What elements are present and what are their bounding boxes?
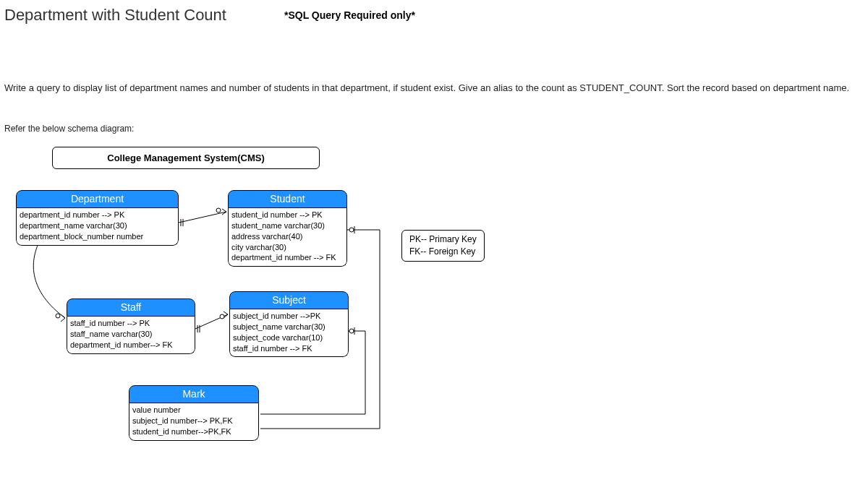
entity-header: Subject bbox=[229, 291, 349, 309]
entity-body: department_id number --> PK department_n… bbox=[16, 208, 179, 246]
entity-body: student_id number --> PK student_name va… bbox=[228, 208, 347, 267]
entity-column: department_block_number number bbox=[20, 231, 175, 242]
svg-point-4 bbox=[349, 329, 354, 333]
entity-student: Student student_id number --> PK student… bbox=[228, 190, 347, 267]
entity-column: department_id number --> PK bbox=[20, 210, 175, 220]
entity-column: department_id number --> FK bbox=[231, 252, 344, 263]
legend-pk: PK-- Primary Key bbox=[409, 233, 477, 246]
entity-column: staff_id number --> FK bbox=[233, 343, 345, 354]
entity-column: address varchar(40) bbox=[231, 231, 344, 242]
entity-header: Staff bbox=[67, 298, 195, 317]
entity-column: subject_id number--> PK,FK bbox=[132, 416, 255, 426]
system-title: College Management System(CMS) bbox=[52, 147, 320, 169]
entity-column: department_id number--> FK bbox=[70, 340, 192, 351]
page-subtitle: *SQL Query Required only* bbox=[284, 9, 415, 21]
refer-text: Refer the below schema diagram: bbox=[0, 124, 868, 134]
entity-column: value number bbox=[132, 405, 255, 416]
entity-header: Student bbox=[228, 190, 347, 208]
svg-point-2 bbox=[220, 314, 224, 319]
entity-column: subject_name varchar(30) bbox=[233, 322, 345, 332]
entity-column: subject_code varchar(10) bbox=[233, 332, 345, 343]
entity-mark: Mark value number subject_id number--> P… bbox=[129, 385, 259, 441]
entity-column: subject_id number -->PK bbox=[233, 311, 345, 322]
entity-header: Mark bbox=[129, 385, 259, 403]
entity-subject: Subject subject_id number -->PK subject_… bbox=[229, 291, 349, 357]
entity-column: student_id number-->PK,FK bbox=[132, 426, 255, 437]
entity-body: subject_id number -->PK subject_name var… bbox=[229, 309, 349, 357]
entity-department: Department department_id number --> PK d… bbox=[16, 190, 179, 246]
page-title: Department with Student Count bbox=[4, 6, 226, 25]
entity-column: staff_id number --> PK bbox=[70, 318, 192, 329]
entity-column: student_name varchar(30) bbox=[231, 220, 344, 231]
entity-column: student_id number --> PK bbox=[231, 210, 344, 220]
schema-diagram: College Management System(CMS) Departmen… bbox=[0, 147, 506, 450]
question-text: Write a query to display list of departm… bbox=[0, 82, 868, 93]
entity-column: staff_name varchar(30) bbox=[70, 329, 192, 340]
heading-row: Department with Student Count *SQL Query… bbox=[0, 0, 868, 25]
legend-box: PK-- Primary Key FK-- Foreign Key bbox=[401, 230, 485, 262]
entity-column: city varchar(30) bbox=[231, 242, 344, 253]
legend-fk: FK-- Foreign Key bbox=[409, 246, 477, 258]
svg-point-1 bbox=[56, 314, 60, 318]
entity-column: department_name varchar(30) bbox=[20, 220, 175, 231]
svg-point-3 bbox=[349, 228, 354, 232]
entity-header: Department bbox=[16, 190, 179, 208]
entity-staff: Staff staff_id number --> PK staff_name … bbox=[67, 298, 195, 354]
svg-point-0 bbox=[216, 208, 221, 212]
entity-body: staff_id number --> PK staff_name varcha… bbox=[67, 317, 195, 354]
entity-body: value number subject_id number--> PK,FK … bbox=[129, 403, 259, 441]
